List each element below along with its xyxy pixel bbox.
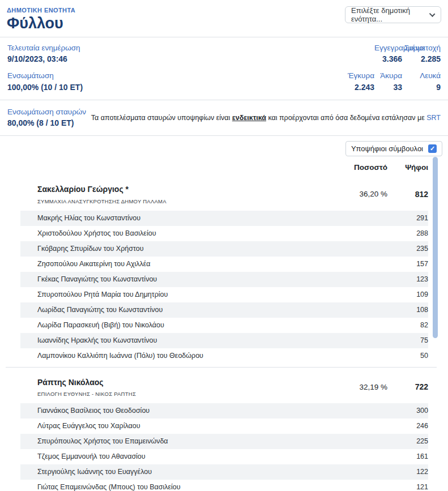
valid-invalid-blank-block: Έγκυρα Άκυρα Λευκά 2.243 33 9	[348, 71, 441, 93]
last-update-value: 9/10/2023, 03:46	[7, 53, 80, 65]
head-candidate-votes: 812	[387, 190, 428, 199]
candidate-row: Μακρής Ηλίας του Κωνσταντίνου291	[20, 211, 428, 226]
participation-value: 2.285	[402, 53, 441, 65]
stats-section: Τελευταία ενημέρωση 9/10/2023, 03:46 Εγγ…	[6, 37, 442, 100]
candidate-name: Λύτρας Ευάγγελος του Χαρίλαου	[37, 422, 336, 430]
candidate-row: Λαμπονίκου Καλλιόπη Ιωάννα (Πόλυ) του Θε…	[20, 348, 428, 364]
candidate-votes: 291	[387, 214, 428, 222]
candidate-row: Λωρίδας Παναγιώτης του Κωνσταντίνου108	[20, 302, 428, 318]
candidate-name: Γκέκας Παναγιώτης του Κωνσταντίνου	[37, 275, 336, 283]
stats-row-update: Τελευταία ενημέρωση 9/10/2023, 03:46 Εγγ…	[7, 43, 441, 65]
candidate-row: Σπυροπούλου Ρητά Μαρία του Δημητρίου109	[20, 287, 428, 302]
head-candidate-percent: 36,20 %	[336, 190, 387, 198]
candidate-name: Τζεμος Εμμανουήλ του Αθανασίου	[37, 452, 336, 460]
candidate-name: Λωρίδας Παναγιώτης του Κωνσταντίνου	[37, 306, 336, 314]
scrollbar-thumb[interactable]	[433, 157, 438, 338]
candidate-votes: 157	[387, 260, 428, 268]
candidate-votes: 75	[387, 336, 428, 344]
candidate-row: Τζεμος Εμμανουήλ του Αθανασίου161	[20, 449, 428, 464]
select-placeholder: Επιλέξτε δημοτική ενότητα...	[351, 6, 431, 23]
candidate-name: Λωρίδα Παρασκευή (Βιβή) του Νικολάου	[37, 321, 336, 329]
registered-participation-block: Εγγεγραμμένοι Συμμετοχή 3.366 2.285	[374, 43, 441, 65]
candidate-name: Χριστοδούλου Χρήστος του Βασιλείου	[37, 229, 336, 237]
integration-label: Ενσωμάτωση	[7, 71, 83, 81]
candidate-votes: 161	[387, 452, 428, 460]
valid-label: Έγκυρα	[348, 71, 374, 81]
party-name: ΣΥΜΜΑΧΙΑ ΑΝΑΣΥΓΚΡΟΤΗΣΗΣ ΔΗΜΟΥ ΠΑΛΑΜΑ	[37, 198, 336, 204]
candidate-row: Στεργιούλης Ιωάννης του Ευαγγέλου122	[20, 464, 428, 480]
candidate-row: Γκέκας Παναγιώτης του Κωνσταντίνου123	[20, 272, 428, 287]
cross-integration-label: Ενσωμάτωση σταυρών	[7, 107, 86, 117]
registered-value: 3.366	[374, 53, 402, 65]
blank-label: Λευκά	[402, 71, 441, 81]
cross-integration-section: Ενσωμάτωση σταυρών 80,00% (8 / 10 ΕΤ) Τα…	[6, 100, 442, 136]
candidate-row: Γκόβαρης Σπυρίδων του Χρήστου235	[20, 241, 428, 257]
notice-text: Τα αποτελέσματα σταυρών υποψηφίων είναι	[91, 114, 232, 122]
srt-link[interactable]: SRT	[426, 114, 441, 122]
page-header: Δημοτική Ενότητα Φύλλου Επιλέξτε δημοτικ…	[6, 0, 442, 37]
valid-value: 2.243	[348, 82, 374, 93]
candidate-votes: 288	[387, 229, 428, 237]
candidate-votes: 122	[387, 468, 428, 476]
results-table: Σακελλαρίου Γεώργιος *ΣΥΜΜΑΧΙΑ ΑΝΑΣΥΓΚΡΟ…	[20, 177, 428, 491]
stats-row-integration: Ενσωμάτωση 100,00% (10 / 10 ΕΤ) Έγκυρα Ά…	[7, 71, 441, 93]
candidate-row: Ζησοπούλου Αικατερίνη του Αχιλλέα157	[20, 257, 428, 272]
candidate-name: Λαμπονίκου Καλλιόπη Ιωάννα (Πόλυ) του Θε…	[37, 352, 336, 360]
title-block: Δημοτική Ενότητα Φύλλου	[7, 5, 75, 32]
head-candidate-votes: 722	[387, 382, 428, 391]
head-candidate-row: Σακελλαρίου Γεώργιος *ΣΥΜΜΑΧΙΑ ΑΝΑΣΥΓΚΡΟ…	[20, 177, 428, 210]
candidate-votes: 225	[387, 437, 428, 445]
head-candidate-row: Ράπτης ΝικόλαοςΕΠΙΛΟΓΗ ΕΥΘΥΝΗΣ - ΝΙΚΟΣ Ρ…	[20, 368, 428, 403]
last-update-block: Τελευταία ενημέρωση 9/10/2023, 03:46	[7, 43, 80, 65]
invalid-value: 33	[374, 82, 402, 93]
candidate-row: Χριστοδούλου Χρήστος του Βασιλείου288	[20, 226, 428, 241]
votes-column-header: Ψήφοι	[387, 163, 428, 172]
registered-label: Εγγεγραμμένοι	[374, 43, 402, 53]
integration-value: 100,00% (10 / 10 ΕΤ)	[7, 82, 83, 93]
blank-value: 9	[402, 82, 441, 93]
candidate-name: Στεργιούλης Ιωάννης του Ευαγγέλου	[37, 468, 336, 476]
candidate-name: Σπυρόπουλος Χρήστος του Επαμεινώνδα	[37, 437, 336, 445]
candidate-row: Σπυρόπουλος Χρήστος του Επαμεινώνδα225	[20, 434, 428, 449]
candidate-row: Ιωαννίδης Ηρακλής του Κωνσταντίνου75	[20, 333, 428, 348]
party-name: ΕΠΙΛΟΓΗ ΕΥΘΥΝΗΣ - ΝΙΚΟΣ ΡΑΠΤΗΣ	[37, 391, 336, 397]
candidate-row: Γιώτας Επαμεινώνδας (Μπους) του Βασιλείο…	[20, 480, 428, 491]
candidate-votes: 109	[387, 291, 428, 298]
last-update-label: Τελευταία ενημέρωση	[7, 43, 80, 53]
candidate-row: Λωρίδα Παρασκευή (Βιβή) του Νικολάου82	[20, 318, 428, 333]
head-candidate-name: Ράπτης Νικόλαος	[37, 377, 336, 387]
percent-column-header: Ποσοστό	[336, 163, 387, 172]
cross-integration-block: Ενσωμάτωση σταυρών 80,00% (8 / 10 ΕΤ)	[7, 107, 86, 129]
candidate-name: Γιαννάκος Βασίλειος του Θεοδοσίου	[37, 407, 336, 415]
page-title: Φύλλου	[7, 15, 75, 32]
head-candidate-name: Σακελλαρίου Γεώργιος *	[37, 184, 336, 194]
candidate-votes: 235	[387, 245, 428, 253]
candidate-name: Γκόβαρης Σπυρίδων του Χρήστου	[37, 245, 336, 253]
checkbox-checked-icon[interactable]: ✓	[428, 144, 437, 153]
integration-block: Ενσωμάτωση 100,00% (10 / 10 ΕΤ)	[7, 71, 83, 93]
toolbar: Υποψήφιοι σύμβουλοι ✓	[6, 136, 442, 159]
candidate-name: Γιώτας Επαμεινώνδας (Μπους) του Βασιλείο…	[37, 483, 336, 491]
candidate-row: Λύτρας Ευάγγελος του Χαρίλαου246	[20, 419, 428, 434]
candidate-votes: 108	[387, 306, 428, 314]
candidate-councillors-toggle[interactable]: Υποψήφιοι σύμβουλοι ✓	[345, 141, 442, 156]
head-candidate-block: Ράπτης ΝικόλαοςΕΠΙΛΟΓΗ ΕΥΘΥΝΗΣ - ΝΙΚΟΣ Ρ…	[37, 377, 336, 397]
candidate-votes: 300	[387, 407, 428, 415]
candidate-name: Σπυροπούλου Ρητά Μαρία του Δημητρίου	[37, 291, 336, 298]
election-results-page: Δημοτική Ενότητα Φύλλου Επιλέξτε δημοτικ…	[0, 0, 448, 491]
toggle-label: Υποψήφιοι σύμβουλοι	[351, 144, 423, 153]
notice-emphasis: ενδεικτικά	[232, 114, 266, 122]
candidate-votes: 123	[387, 275, 428, 283]
head-candidate-percent: 32,19 %	[336, 383, 387, 391]
candidate-name: Μακρής Ηλίας του Κωνσταντίνου	[37, 214, 336, 222]
results-table-header: Ποσοστό Ψήφοι	[20, 159, 428, 177]
municipal-unit-kicker: Δημοτική Ενότητα	[7, 5, 75, 15]
participation-label: Συμμετοχή	[402, 43, 441, 53]
indicative-results-notice: Τα αποτελέσματα σταυρών υποψηφίων είναι …	[91, 114, 441, 122]
candidate-name: Ζησοπούλου Αικατερίνη του Αχιλλέα	[37, 260, 336, 268]
candidate-votes: 121	[387, 483, 428, 491]
results-table-wrap: Ποσοστό Ψήφοι Σακελλαρίου Γεώργιος *ΣΥΜΜ…	[20, 159, 428, 491]
candidate-row: Γιαννάκος Βασίλειος του Θεοδοσίου300	[20, 403, 428, 419]
invalid-label: Άκυρα	[374, 71, 402, 81]
municipal-unit-select[interactable]: Επιλέξτε δημοτική ενότητα...	[345, 6, 441, 23]
